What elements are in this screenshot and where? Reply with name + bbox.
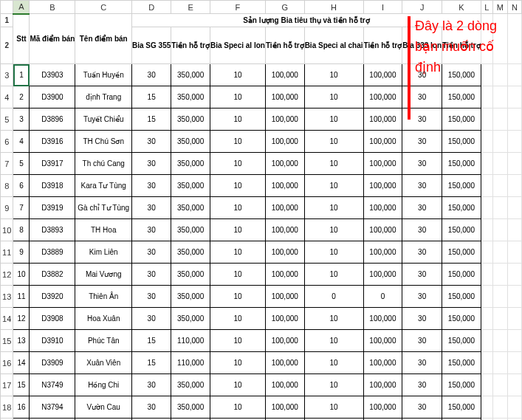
cell-ten-diem-ban[interactable]: Tuấn Huyền [75,64,132,86]
cell-N5[interactable] [507,109,521,131]
cell-ten-diem-ban[interactable]: Gà chỉ Tư Tùng [75,197,132,219]
cell-bia-special-chai[interactable]: 10 [304,264,363,286]
cell-L17[interactable] [481,374,492,396]
cell-bia-sg-355[interactable]: 15 [132,330,171,352]
cell-bia-333-lon[interactable]: 30 [402,286,442,308]
cell-bia-sg-355[interactable]: 30 [132,308,171,330]
cell-bia-special-chai[interactable]: 10 [304,86,363,109]
cell-tien-ho-tro-1[interactable]: 350,000 [171,175,210,197]
cell-stt[interactable]: 2 [13,86,30,109]
header-tien-ho-tro-3[interactable]: Tiền hỗ trợ [363,27,402,64]
cell-bia-sg-355[interactable]: 30 [132,64,171,86]
cell-ma-diem-ban[interactable]: D3918 [30,175,75,197]
col-header-F[interactable]: F [210,1,266,14]
cell-bia-333-lon[interactable]: 30 [402,308,442,330]
cell-tien-ho-tro-3[interactable]: 100,000 [363,175,402,197]
cell-tien-ho-tro-4[interactable]: 150,000 [442,352,481,374]
row-header-1[interactable]: 1 [1,14,13,27]
row-header-10[interactable]: 10 [1,219,13,241]
cell-bia-333-lon[interactable]: 30 [402,219,442,241]
cell-tien-ho-tro-1[interactable]: 350,000 [171,308,210,330]
cell-bia-special-lon[interactable]: 10 [210,396,266,419]
cell-M6[interactable] [493,131,508,153]
col-header-N[interactable]: N [507,1,521,14]
row-header-3[interactable]: 3 [1,64,13,86]
cell-bia-special-lon[interactable]: 10 [210,374,266,396]
col-header-I[interactable]: I [363,1,402,14]
cell-bia-333-lon[interactable]: 30 [402,175,442,197]
cell-M18[interactable] [493,396,508,419]
cell-ten-diem-ban[interactable]: định Trang [75,86,132,109]
cell-ten-diem-ban[interactable]: TH Chú Sơn [75,131,132,153]
cell-tien-ho-tro-2[interactable]: 100,000 [265,219,304,241]
row-header-14[interactable]: 14 [1,308,13,330]
cell-N16[interactable] [507,352,521,374]
cell-M14[interactable] [493,308,508,330]
cell-L9[interactable] [481,197,492,219]
cell-ten-diem-ban[interactable]: Mai Vương [75,264,132,286]
cell-bia-special-lon[interactable]: 10 [210,153,266,175]
cell-ten-diem-ban[interactable]: Xuân Viên [75,352,132,374]
cell-M16[interactable] [493,352,508,374]
cell-tien-ho-tro-2[interactable]: 100,000 [265,241,304,264]
column-header-row[interactable]: A B C D E F G H I J K L M N [1,1,522,14]
header-bia-special-chai[interactable]: Bia Speci al chai [304,27,363,64]
cell-bia-333-lon[interactable]: 30 [402,396,442,419]
cell-ma-diem-ban[interactable]: D3920 [30,286,75,308]
col-header-E[interactable]: E [171,1,210,14]
cell-tien-ho-tro-2[interactable]: 100,000 [265,175,304,197]
cell-tien-ho-tro-1[interactable]: 350,000 [171,109,210,131]
col-header-D[interactable]: D [132,1,171,14]
header-bia-sg-355[interactable]: Bia SG 355 [132,27,171,64]
cell-bia-sg-355[interactable]: 15 [132,352,171,374]
cell-bia-special-lon[interactable]: 10 [210,197,266,219]
cell-ma-diem-ban[interactable]: D3893 [30,219,75,241]
cell-stt[interactable]: 7 [13,197,30,219]
cell-bia-333-lon[interactable]: 30 [402,330,442,352]
col-header-G[interactable]: G [265,1,304,14]
row-header-6[interactable]: 6 [1,131,13,153]
cell-tien-ho-tro-3[interactable]: 100,000 [363,131,402,153]
cell-tien-ho-tro-1[interactable]: 350,000 [171,264,210,286]
cell-tien-ho-tro-3[interactable]: 100,000 [363,352,402,374]
row-header-2[interactable]: 2 [1,27,13,64]
cell-tien-ho-tro-3[interactable]: 100,000 [363,330,402,352]
cell-bia-special-lon[interactable]: 10 [210,241,266,264]
cell-tien-ho-tro-1[interactable]: 350,000 [171,219,210,241]
cell-bia-333-lon[interactable]: 30 [402,197,442,219]
header-ten-diem-ban[interactable]: Tên điểm bán [75,14,132,64]
cell-ma-diem-ban[interactable]: N3794 [30,396,75,419]
cell-bia-sg-355[interactable]: 30 [132,264,171,286]
row-header-17[interactable]: 17 [1,374,13,396]
cell-bia-sg-355[interactable]: 30 [132,175,171,197]
cell-ma-diem-ban[interactable]: D3889 [30,241,75,264]
col-header-A[interactable]: A [13,1,30,14]
cell-L14[interactable] [481,308,492,330]
cell-bia-special-chai[interactable]: 10 [304,352,363,374]
cell-tien-ho-tro-2[interactable]: 100,000 [265,352,304,374]
cell-tien-ho-tro-4[interactable]: 150,000 [442,86,481,109]
cell-bia-sg-355[interactable]: 30 [132,241,171,264]
cell-stt[interactable]: 15 [13,374,30,396]
cell-tien-ho-tro-2[interactable]: 100,000 [265,64,304,86]
cell-ma-diem-ban[interactable]: D3919 [30,197,75,219]
header-tien-ho-tro-2[interactable]: Tiền hỗ trợ [265,27,304,64]
cell-stt[interactable]: 16 [13,396,30,419]
cell-tien-ho-tro-3[interactable]: 100,000 [363,396,402,419]
cell-tien-ho-tro-2[interactable]: 100,000 [265,197,304,219]
cell-tien-ho-tro-4[interactable]: 150,000 [442,153,481,175]
cell-bia-special-chai[interactable]: 10 [304,153,363,175]
cell-tien-ho-tro-4[interactable]: 150,000 [442,109,481,131]
cell-M4[interactable] [493,86,508,109]
cell-stt[interactable]: 10 [13,264,30,286]
cell-ten-diem-ban[interactable]: Phúc Tân [75,330,132,352]
cell-stt[interactable]: 9 [13,241,30,264]
cell-ten-diem-ban[interactable]: Hồng Chi [75,374,132,396]
cell-ma-diem-ban[interactable]: N3749 [30,374,75,396]
cell-bia-sg-355[interactable]: 30 [132,374,171,396]
cell-ten-diem-ban[interactable]: Tuyết Chiểu [75,109,132,131]
cell-M5[interactable] [493,109,508,131]
cell-bia-special-lon[interactable]: 10 [210,86,266,109]
row-header-15[interactable]: 15 [1,330,13,352]
cell-bia-333-lon[interactable]: 30 [402,131,442,153]
